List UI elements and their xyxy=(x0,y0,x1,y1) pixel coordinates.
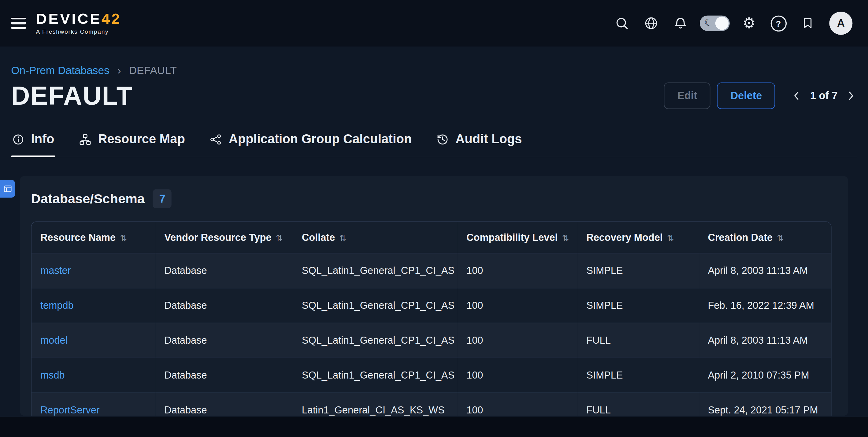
pager-prev-icon[interactable] xyxy=(790,89,803,101)
database-schema-panel: Database/Schema 7 Resource Name⇅ Vendor … xyxy=(20,176,848,415)
tab-info[interactable]: Info xyxy=(11,127,55,157)
title-row: DEFAULT Edit Delete 1 of 7 xyxy=(11,80,857,111)
breadcrumb-parent-link[interactable]: On-Prem Databases xyxy=(11,64,110,77)
brand-accent: 42 xyxy=(101,10,121,27)
table-list-icon xyxy=(4,185,11,192)
cell-recovery-model: FULL xyxy=(578,392,699,415)
bookmark-icon[interactable] xyxy=(796,11,820,35)
resource-link[interactable]: tempdb xyxy=(31,288,155,323)
cell-recovery-model: SIMPLE xyxy=(578,357,699,392)
cell-collate: SQL_Latin1_General_CP1_CI_AS xyxy=(293,253,458,288)
pager-label: 1 of 7 xyxy=(810,89,838,101)
network-nodes-icon xyxy=(210,133,222,145)
theme-toggle[interactable]: ☾ xyxy=(700,16,730,31)
table-header-row: Resource Name⇅ Vendor Resource Type⇅ Col… xyxy=(31,222,831,253)
resource-link[interactable]: model xyxy=(31,323,155,358)
sort-icon[interactable]: ⇅ xyxy=(777,233,784,242)
cell-collate: Latin1_General_CI_AS_KS_WS xyxy=(293,392,458,415)
cell-collate: SQL_Latin1_General_CP1_CI_AS xyxy=(293,288,458,323)
section-header: Database/Schema 7 xyxy=(31,190,831,208)
column-header-compatibility-level[interactable]: Compatibility Level⇅ xyxy=(458,222,578,253)
tab-info-label: Info xyxy=(31,132,54,147)
cell-compatibility: 100 xyxy=(458,357,578,392)
column-header-recovery-model[interactable]: Recovery Model⇅ xyxy=(578,222,699,253)
column-header-creation-date[interactable]: Creation Date⇅ xyxy=(699,222,831,253)
tab-resource-map-label: Resource Map xyxy=(98,132,185,147)
column-header-vendor-resource-type[interactable]: Vendor Resource Type⇅ xyxy=(155,222,293,253)
help-icon[interactable]: ? xyxy=(766,11,790,35)
cell-vendor-type: Database xyxy=(155,288,293,323)
cell-creation-date: Feb. 16, 2022 12:39 AM xyxy=(699,288,831,323)
cell-vendor-type: Database xyxy=(155,392,293,415)
resource-link[interactable]: ReportServer xyxy=(31,392,155,415)
device42-app: DEVICE42 A Freshworks Company xyxy=(0,0,868,437)
top-navbar: DEVICE42 A Freshworks Company xyxy=(0,0,868,47)
bell-icon[interactable] xyxy=(668,11,693,35)
menu-icon[interactable] xyxy=(11,18,26,29)
table-row: master Database SQL_Latin1_General_CP1_C… xyxy=(31,253,831,288)
info-icon xyxy=(12,133,25,145)
globe-icon[interactable] xyxy=(639,11,663,35)
page-actions: Edit Delete 1 of 7 xyxy=(664,82,857,109)
cell-vendor-type: Database xyxy=(155,357,293,392)
sort-icon[interactable]: ⇅ xyxy=(562,233,569,242)
cell-creation-date: April 2, 2010 07:35 PM xyxy=(699,357,831,392)
breadcrumb: On-Prem Databases › DEFAULT xyxy=(11,64,857,77)
help-ring: ? xyxy=(770,15,786,31)
page-title: DEFAULT xyxy=(11,80,133,111)
cell-collate: SQL_Latin1_General_CP1_CI_AS xyxy=(293,323,458,358)
cell-recovery-model: SIMPLE xyxy=(578,253,699,288)
breadcrumb-current: DEFAULT xyxy=(129,64,177,77)
tab-application-group-calculation[interactable]: Application Group Calculation xyxy=(209,127,413,157)
column-header-resource-name[interactable]: Resource Name⇅ xyxy=(31,222,155,253)
search-icon[interactable] xyxy=(610,11,634,35)
table-row: model Database SQL_Latin1_General_CP1_CI… xyxy=(31,323,831,358)
sort-icon[interactable]: ⇅ xyxy=(340,233,346,242)
pager-next-icon[interactable] xyxy=(845,89,857,101)
table-row: msdb Database SQL_Latin1_General_CP1_CI_… xyxy=(31,357,831,392)
sort-icon[interactable]: ⇅ xyxy=(276,233,283,242)
sort-icon[interactable]: ⇅ xyxy=(667,233,674,242)
cell-compatibility: 100 xyxy=(458,253,578,288)
database-table: Resource Name⇅ Vendor Resource Type⇅ Col… xyxy=(31,222,831,416)
navbar-right: ☾ ⚙ ? A xyxy=(610,11,852,35)
table-row: tempdb Database SQL_Latin1_General_CP1_C… xyxy=(31,288,831,323)
cell-recovery-model: SIMPLE xyxy=(578,288,699,323)
gear-icon[interactable]: ⚙ xyxy=(737,11,761,35)
cell-collate: SQL_Latin1_General_CP1_CI_AS xyxy=(293,357,458,392)
sitemap-icon xyxy=(79,133,91,145)
resource-link[interactable]: master xyxy=(31,253,155,288)
breadcrumb-separator-icon: › xyxy=(118,64,121,77)
side-panel-toggle[interactable] xyxy=(0,180,15,198)
tab-audit-logs[interactable]: Audit Logs xyxy=(436,127,523,157)
section-title: Database/Schema xyxy=(31,191,145,207)
detail-tabs: Info Resource Map Application Group Calc… xyxy=(11,127,857,157)
edit-button[interactable]: Edit xyxy=(664,82,711,109)
sort-icon[interactable]: ⇅ xyxy=(120,233,127,242)
cell-compatibility: 100 xyxy=(458,323,578,358)
tab-application-group-calculation-label: Application Group Calculation xyxy=(229,132,412,147)
moon-icon: ☾ xyxy=(704,17,713,28)
tab-resource-map[interactable]: Resource Map xyxy=(78,127,186,157)
resource-link[interactable]: msdb xyxy=(31,357,155,392)
table-row: ReportServer Database Latin1_General_CI_… xyxy=(31,392,831,415)
cell-creation-date: April 8, 2003 11:13 AM xyxy=(699,253,831,288)
history-icon xyxy=(437,133,449,145)
brand-name: DEVICE xyxy=(36,10,101,27)
cell-vendor-type: Database xyxy=(155,323,293,358)
column-header-collate[interactable]: Collate⇅ xyxy=(293,222,458,253)
toggle-knob xyxy=(715,17,728,30)
bottom-strip xyxy=(0,417,868,437)
navbar-left: DEVICE42 A Freshworks Company xyxy=(11,11,121,35)
cell-creation-date: April 8, 2003 11:13 AM xyxy=(699,323,831,358)
main-content: On-Prem Databases › DEFAULT DEFAULT Edit… xyxy=(0,64,868,416)
cell-creation-date: Sept. 24, 2021 05:17 PM xyxy=(699,392,831,415)
cell-compatibility: 100 xyxy=(458,288,578,323)
device42-logo[interactable]: DEVICE42 A Freshworks Company xyxy=(36,11,122,35)
delete-button[interactable]: Delete xyxy=(717,82,775,109)
tab-audit-logs-label: Audit Logs xyxy=(456,132,522,147)
brand-subtitle: A Freshworks Company xyxy=(36,28,122,35)
cell-compatibility: 100 xyxy=(458,392,578,415)
count-badge: 7 xyxy=(153,190,172,208)
avatar[interactable]: A xyxy=(829,11,852,35)
